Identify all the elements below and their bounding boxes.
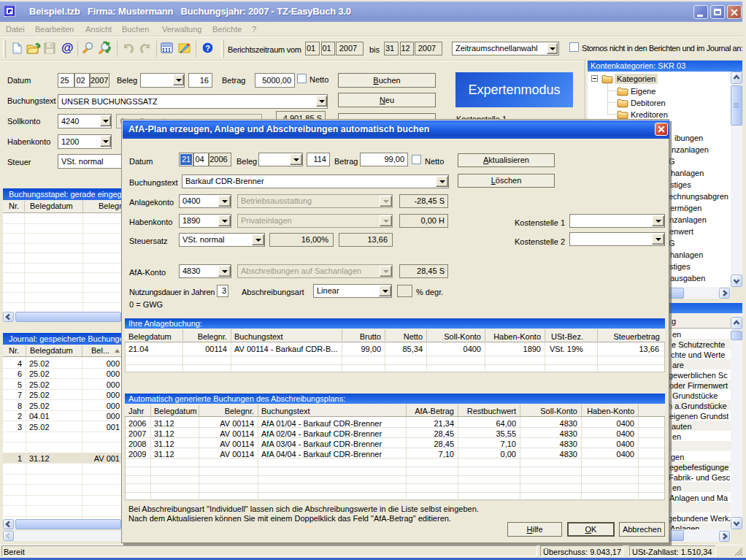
svg-text:?: ? <box>205 44 210 53</box>
